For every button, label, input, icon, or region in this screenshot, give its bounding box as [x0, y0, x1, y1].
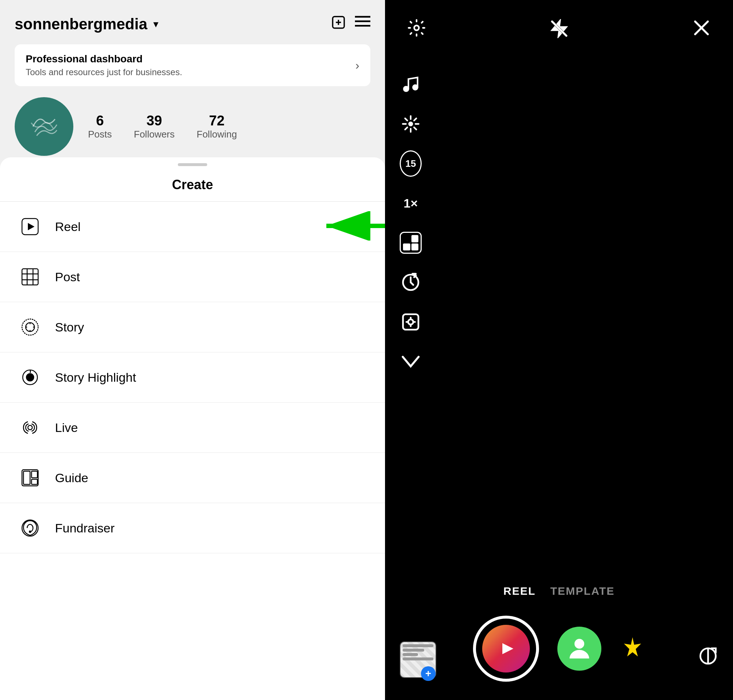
post-icon	[18, 265, 42, 288]
svg-point-38	[413, 85, 418, 90]
close-icon[interactable]	[692, 18, 711, 39]
svg-rect-11	[22, 269, 38, 285]
instagram-profile-panel: sonnenbergmedia ▾	[0, 0, 385, 700]
post-label: Post	[55, 270, 80, 284]
story-icon	[18, 315, 42, 339]
followers-stat: 39 Followers	[134, 113, 175, 140]
guide-icon	[18, 466, 42, 490]
menu-item-story[interactable]: Story	[0, 302, 385, 352]
settings-icon[interactable]	[407, 18, 426, 39]
posts-count: 6	[88, 113, 112, 129]
mode-reel[interactable]: REEL	[503, 585, 536, 597]
svg-point-24	[28, 425, 32, 430]
flash-off-icon[interactable]	[550, 19, 569, 38]
svg-point-29	[22, 520, 38, 536]
svg-marker-56	[502, 643, 513, 654]
add-post-icon[interactable]	[331, 15, 346, 33]
timer-icon[interactable]: 15	[400, 153, 422, 175]
following-label: Following	[197, 129, 237, 140]
story-label: Story	[55, 320, 84, 334]
svg-line-46	[405, 127, 408, 129]
menu-item-fundraiser[interactable]: Fundraiser	[0, 503, 385, 553]
svg-rect-26	[24, 471, 30, 484]
menu-item-guide[interactable]: Guide	[0, 453, 385, 503]
dashboard-text: Professional dashboard Tools and resourc…	[26, 53, 182, 77]
camera-toolbar: 15 1×	[400, 74, 422, 372]
add-photo-icon[interactable]	[400, 311, 422, 333]
stats-row: 6 Posts 39 Followers 72 Following	[88, 113, 237, 140]
menu-item-post[interactable]: Post	[0, 252, 385, 302]
camera-panel: 15 1×	[385, 0, 733, 700]
story-highlight-icon	[18, 366, 42, 389]
avatar	[15, 97, 73, 156]
following-stat: 72 Following	[197, 113, 237, 140]
followers-count: 39	[134, 113, 175, 129]
user-gallery-button[interactable]	[557, 626, 601, 671]
username: sonnenbergmedia	[15, 15, 147, 33]
menu-item-story-highlight[interactable]: Story Highlight	[0, 352, 385, 403]
hamburger-menu-icon[interactable]	[355, 15, 370, 33]
effects-icon[interactable]	[400, 113, 422, 135]
camera-bottom: REEL TEMPLATE	[385, 585, 733, 700]
sparkle-button[interactable]	[620, 635, 645, 662]
svg-point-37	[404, 87, 408, 91]
guide-label: Guide	[55, 471, 88, 485]
camera-controls	[400, 616, 718, 682]
mode-template[interactable]: TEMPLATE	[550, 585, 615, 597]
music-icon[interactable]	[400, 74, 422, 96]
dashboard-arrow-icon: ›	[355, 59, 359, 72]
svg-point-47	[409, 122, 412, 126]
menu-item-live[interactable]: Live	[0, 403, 385, 453]
speed-icon[interactable]: 1×	[400, 192, 422, 214]
camera-mode-bar: REEL TEMPLATE	[400, 585, 718, 597]
sheet-handle	[178, 163, 207, 166]
flip-camera-icon[interactable]	[698, 646, 718, 671]
dashboard-title: Professional dashboard	[26, 53, 182, 65]
svg-line-44	[414, 127, 416, 129]
chevron-down-icon[interactable]	[400, 350, 422, 372]
camera-top-bar	[385, 0, 733, 46]
reel-icon	[18, 215, 42, 238]
sheet-title: Create	[0, 177, 385, 201]
svg-rect-50	[403, 314, 418, 329]
shutter-button[interactable]	[473, 616, 539, 682]
shutter-inner	[482, 625, 530, 672]
svg-line-43	[405, 118, 408, 121]
username-row: sonnenbergmedia ▾	[15, 15, 370, 33]
dashboard-subtitle: Tools and resources just for businesses.	[26, 67, 182, 77]
svg-rect-28	[31, 479, 37, 484]
svg-point-31	[414, 26, 419, 31]
posts-stat: 6 Posts	[88, 113, 112, 140]
menu-item-reel[interactable]: Reel	[0, 201, 385, 252]
professional-dashboard[interactable]: Professional dashboard Tools and resourc…	[15, 44, 370, 86]
svg-point-30	[29, 531, 31, 532]
live-label: Live	[55, 421, 78, 435]
create-bottom-sheet: Create Reel	[0, 157, 385, 700]
svg-point-16	[22, 319, 38, 335]
layout-icon[interactable]	[400, 232, 422, 254]
story-highlight-label: Story Highlight	[55, 371, 136, 385]
fundraiser-label: Fundraiser	[55, 521, 115, 535]
svg-rect-27	[31, 471, 37, 478]
svg-point-57	[574, 639, 584, 649]
following-count: 72	[197, 113, 237, 129]
reel-label: Reel	[55, 220, 81, 234]
fundraiser-icon	[18, 516, 42, 540]
live-icon	[18, 416, 42, 439]
header-icons	[331, 15, 370, 33]
svg-marker-8	[28, 223, 34, 230]
posts-label: Posts	[88, 129, 112, 140]
svg-line-45	[414, 118, 416, 121]
username-chevron-icon[interactable]: ▾	[153, 18, 158, 30]
svg-point-23	[26, 374, 34, 381]
profile-stats: 6 Posts 39 Followers 72 Following	[15, 97, 370, 156]
countdown-icon[interactable]	[400, 271, 422, 293]
followers-label: Followers	[134, 129, 175, 140]
green-arrow-icon	[319, 211, 385, 242]
